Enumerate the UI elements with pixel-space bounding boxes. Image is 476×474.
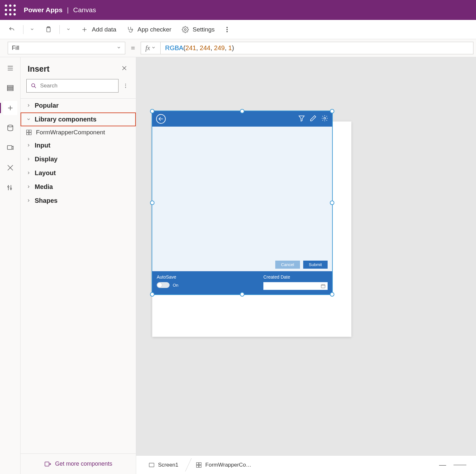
close-panel-button[interactable] xyxy=(119,63,129,75)
calendar-icon xyxy=(321,283,326,289)
svg-rect-22 xyxy=(7,87,13,89)
svg-rect-47 xyxy=(321,284,325,288)
paste-button[interactable] xyxy=(40,23,57,36)
resize-handle[interactable] xyxy=(150,292,154,297)
svg-point-4 xyxy=(9,9,11,11)
category-label: Display xyxy=(35,156,57,163)
svg-point-14 xyxy=(184,29,186,31)
resize-handle[interactable] xyxy=(330,292,334,297)
component-item-formwrapper[interactable]: FormWrapperComponent xyxy=(21,126,136,139)
resize-handle[interactable] xyxy=(330,201,334,205)
autosave-toggle[interactable] xyxy=(157,282,170,288)
resize-handle[interactable] xyxy=(240,292,244,297)
category-display[interactable]: Display xyxy=(21,152,136,166)
property-selector[interactable]: Fill xyxy=(8,42,125,54)
canvas-scroll[interactable]: Cancel Submit AutoSave On xyxy=(136,57,476,455)
title-separator: | xyxy=(67,6,68,13)
app-title: Power Apps | Canvas xyxy=(24,6,96,14)
resize-handle[interactable] xyxy=(330,109,334,113)
media-button[interactable] xyxy=(3,141,17,155)
category-shapes[interactable]: Shapes xyxy=(21,194,136,208)
app-launcher-icon[interactable] xyxy=(4,4,16,16)
artboard-screen1[interactable]: Cancel Submit AutoSave On xyxy=(152,121,351,337)
hamburger-button[interactable] xyxy=(3,61,17,75)
svg-point-46 xyxy=(324,117,326,119)
svg-rect-53 xyxy=(199,462,201,465)
get-more-components-label: Get more components xyxy=(55,461,112,467)
formula-input[interactable]: RGBA(241, 244, 249, 1) xyxy=(161,42,473,54)
zoom-slider-track[interactable] xyxy=(454,465,466,465)
title-bar: Power Apps | Canvas xyxy=(0,0,476,20)
category-layout[interactable]: Layout xyxy=(21,166,136,180)
insert-panel: Insert Popular Library components xyxy=(21,57,136,474)
fx-button[interactable]: fx xyxy=(141,42,161,54)
svg-rect-21 xyxy=(7,85,13,87)
insert-panel-title: Insert xyxy=(28,64,49,74)
formula-func: RGBA xyxy=(165,44,183,52)
svg-point-8 xyxy=(13,13,16,15)
svg-rect-23 xyxy=(7,89,13,91)
submit-button[interactable]: Submit xyxy=(303,261,328,269)
add-data-button[interactable]: Add data xyxy=(76,23,120,36)
formwrapper-component: Cancel Submit AutoSave On xyxy=(152,111,332,294)
category-media[interactable]: Media xyxy=(21,180,136,194)
breadcrumb-component-label: FormWrapperCo… xyxy=(205,462,251,468)
zoom-out-button[interactable]: — xyxy=(439,461,446,469)
svg-point-1 xyxy=(9,4,11,7)
ribbon-divider xyxy=(59,25,60,34)
component-header xyxy=(152,111,332,127)
autosave-label: AutoSave xyxy=(157,274,178,280)
svg-point-13 xyxy=(132,29,133,30)
category-input[interactable]: Input xyxy=(21,139,136,152)
app-checker-button[interactable]: App checker xyxy=(121,23,175,36)
tools-button[interactable] xyxy=(3,181,17,195)
ribbon-overflow-button[interactable] xyxy=(220,23,234,36)
category-library-components[interactable]: Library components xyxy=(21,112,136,126)
breadcrumb-component[interactable]: FormWrapperCo… xyxy=(189,456,258,474)
data-button[interactable] xyxy=(3,121,17,135)
svg-point-31 xyxy=(10,188,12,189)
cancel-button[interactable]: Cancel xyxy=(275,261,300,269)
category-popular[interactable]: Popular xyxy=(21,99,136,112)
back-button[interactable] xyxy=(156,114,166,124)
resize-handle[interactable] xyxy=(150,109,154,113)
svg-rect-42 xyxy=(29,133,31,135)
created-date-input[interactable] xyxy=(263,282,328,290)
chevron-down-icon xyxy=(66,26,71,33)
svg-point-29 xyxy=(8,186,9,187)
gear-icon[interactable] xyxy=(321,115,328,123)
svg-point-5 xyxy=(13,9,16,11)
edit-icon[interactable] xyxy=(310,115,317,123)
panel-more-button[interactable] xyxy=(121,83,130,89)
category-label: Library components xyxy=(35,116,96,123)
app-name: Power Apps xyxy=(24,6,63,13)
undo-button[interactable] xyxy=(3,23,21,36)
breadcrumb-screen[interactable]: Screen1 xyxy=(142,456,185,474)
advanced-button[interactable] xyxy=(3,161,17,175)
resize-handle[interactable] xyxy=(150,201,154,205)
chevron-down-icon xyxy=(26,116,31,123)
import-icon xyxy=(44,461,51,468)
settings-label: Settings xyxy=(193,26,215,33)
paste-more-button[interactable] xyxy=(62,24,75,35)
plus-icon xyxy=(80,25,89,34)
settings-button[interactable]: Settings xyxy=(177,23,219,36)
tree-view-button[interactable] xyxy=(3,81,17,95)
selected-component[interactable]: Cancel Submit AutoSave On xyxy=(152,111,332,294)
search-input-wrap[interactable] xyxy=(26,79,119,93)
svg-rect-54 xyxy=(197,465,199,467)
insert-button[interactable] xyxy=(3,101,17,115)
undo-more-button[interactable] xyxy=(26,24,38,35)
category-label: Layout xyxy=(35,169,56,177)
search-input[interactable] xyxy=(40,83,114,89)
svg-point-2 xyxy=(13,4,16,7)
svg-point-6 xyxy=(5,13,7,15)
gear-icon xyxy=(181,25,190,34)
chevron-right-icon xyxy=(26,169,31,177)
arrow-left-icon xyxy=(157,115,164,122)
svg-point-38 xyxy=(125,87,126,88)
filter-icon[interactable] xyxy=(298,115,305,123)
get-more-components-button[interactable]: Get more components xyxy=(21,453,136,474)
fx-icon: fx xyxy=(145,44,150,52)
resize-handle[interactable] xyxy=(240,109,244,113)
